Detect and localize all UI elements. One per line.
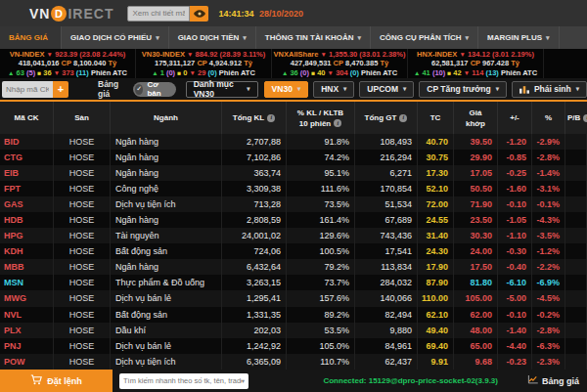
index-block[interactable]: VN30-INDEX ▼ 884.92 (28.39 3.11%) 175,31…	[136, 49, 272, 78]
market-tab[interactable]: CP Tăng trưởng ▾	[419, 81, 507, 98]
watchlist-dropdown[interactable]: Danh mục VN30 ▾	[186, 81, 258, 98]
index-block[interactable]: HNX-INDEX ▼ 134.12 (3.01 2.19%) 62,581,3…	[408, 49, 544, 78]
index-name: HNX-INDEX	[417, 50, 457, 59]
place-order-button[interactable]: Đặt lệnh	[0, 370, 113, 392]
menu-item[interactable]: MARGIN PLUS ▾	[478, 26, 560, 49]
cell-matched-price: 71.90	[454, 196, 498, 212]
basic-mode-toggle[interactable]: ✓ Cơ bản	[133, 82, 176, 97]
cell-ticker[interactable]: MWG	[0, 290, 54, 306]
symbol-detail-input[interactable]	[127, 6, 190, 22]
cell-matched-price: 9.68	[454, 354, 498, 370]
cell-pb	[565, 196, 587, 212]
cell-reference-price: 17.30	[418, 165, 454, 181]
cell-total-value: 6,271	[355, 165, 418, 181]
index-breadth-line: ▲ 41 (10) ■ 42 ▼ 114 (13) Phiên ATC	[408, 68, 543, 78]
menu-item-label: BẢNG GIÁ	[9, 33, 48, 42]
cp-label: CP	[334, 59, 343, 67]
menu-item[interactable]: THÔNG TIN TÀI KHOẢN ▾	[256, 26, 371, 49]
cell-change: -1.10	[498, 228, 532, 243]
add-symbol-button[interactable]: +	[53, 81, 68, 98]
stock-row[interactable]: MBB HOSE Ngân hàng 6,432,64 79.2% 113,83…	[0, 259, 587, 275]
index-block[interactable]: VNXAllShare ▼ 1,355.30 (33.01 2.38%) 427…	[272, 49, 408, 78]
cell-ticker[interactable]: EIB	[0, 165, 54, 181]
market-tab[interactable]: Phái sinh ▾	[512, 81, 587, 98]
cell-ticker[interactable]: PNJ	[0, 338, 54, 354]
cell-change: -0.10	[498, 307, 532, 323]
price-board-app: VN D IRECT 14:41:34 28/10/2020 BẢNG GIÁ	[0, 0, 587, 392]
info-icon: i	[267, 114, 275, 122]
cell-ticker[interactable]: PLX	[0, 323, 54, 338]
stock-row[interactable]: PLX HOSE Dầu khí 202,03 53.5% 9,880 49.4…	[0, 323, 587, 338]
stock-row[interactable]: BID HOSE Ngân hàng 2,707,88 91.8% 108,49…	[0, 134, 587, 150]
price-board-link[interactable]: Bảng giá	[527, 375, 579, 386]
cell-total-value: 62,437	[355, 354, 418, 370]
cell-ticker[interactable]: GAS	[0, 196, 54, 212]
decliners-count: 114	[472, 68, 483, 77]
stock-row[interactable]: PNJ HOSE Dịch vụ bán lẻ 1,242,92 105.0% …	[0, 338, 587, 354]
index-value: 134.12	[468, 50, 490, 59]
stock-row[interactable]: FPT HOSE Công nghệ 3,309,38 111.6% 170,8…	[0, 181, 587, 196]
stock-row[interactable]: POW HOSE Dịch vụ tiện ích 6,365,09 110.7…	[0, 354, 587, 370]
cell-ticker[interactable]: KDH	[0, 243, 54, 259]
cell-ticker[interactable]: MSN	[0, 275, 54, 290]
cell-sector: Dịch vụ tiện ích	[111, 354, 222, 370]
stock-row[interactable]: CTG HOSE Ngân hàng 7,102,86 74.2% 216,29…	[0, 150, 587, 165]
cell-ticker[interactable]: HPG	[0, 228, 54, 243]
stock-row[interactable]: HDB HOSE Ngân hàng 2,808,59 161.4% 67,68…	[0, 212, 587, 228]
quick-search-input[interactable]	[123, 376, 242, 385]
stock-row[interactable]: EIB HOSE Ngân hàng 363,74 95.1% 6,271 17…	[0, 165, 587, 181]
market-tab[interactable]: VN30 ▾	[264, 81, 309, 98]
cell-ticker[interactable]: MBB	[0, 259, 54, 275]
main-menu: BẢNG GIÁ GIAO DỊCH CỔ PHIẾU ▾ GIAO DỊCH …	[0, 26, 587, 49]
stock-row[interactable]: MSN HOSE Thực phẩm & Đồ uống 3,263,15 73…	[0, 275, 587, 290]
connection-status: Connected: 15129@dpro-price-socket-02(3.…	[323, 376, 498, 385]
cell-ticker[interactable]: BID	[0, 134, 54, 150]
add-symbol-input[interactable]	[2, 81, 53, 98]
cell-total-value: 67,689	[355, 212, 418, 228]
market-tab[interactable]: HNX ▾	[313, 81, 354, 98]
menu-item[interactable]: BẢNG GIÁ	[0, 26, 62, 49]
stock-row[interactable]: KDH HOSE Bất động sản 724,06 100.5% 17,5…	[0, 243, 587, 259]
cell-ticker[interactable]: FPT	[0, 181, 54, 196]
line-chart-icon	[527, 375, 538, 386]
stock-row[interactable]: NVL HOSE Bất động sản 1,331,35 89.2% 82,…	[0, 307, 587, 323]
cell-ticker[interactable]: CTG	[0, 150, 54, 165]
cp-label: CP	[62, 59, 71, 67]
menu-item[interactable]: CÔNG CỤ PHÂN TÍCH ▾	[371, 26, 478, 49]
index-volume: 418,041,016	[19, 59, 60, 67]
up-arrow-icon: ▲	[282, 69, 288, 76]
unchanged-count: 0	[183, 68, 187, 77]
market-tab[interactable]: UPCOM ▾	[359, 81, 414, 98]
menu-item[interactable]: GIAO DỊCH TIỀN ▾	[169, 26, 256, 49]
cell-reference-price: 52.10	[418, 181, 454, 196]
cell-percent: -1.4%	[532, 165, 565, 181]
index-block[interactable]: HNX30-INDEX 37,536 ▲ 0 (0) ■	[544, 49, 587, 78]
stock-row[interactable]: HPG HOSE Tài nguyên 24,001,02 129.6% 743…	[0, 228, 587, 243]
stock-row[interactable]: MWG HOSE Dịch vụ bán lẻ 1,295,41 157.6% …	[0, 290, 587, 306]
cell-ticker[interactable]: NVL	[0, 307, 54, 323]
col-header-sector: Ngành	[111, 102, 222, 134]
price-board-link-label: Bảng giá	[542, 376, 579, 386]
market-tab-label: UPCOM	[367, 84, 398, 94]
menu-item[interactable]: GIAO DỊCH CỔ PHIẾU ▾	[62, 26, 169, 49]
cell-total-volume: 7,102,86	[222, 150, 287, 165]
index-block[interactable]: VN-INDEX ▼ 923.39 (23.08 2.44%) 418,041,…	[0, 49, 136, 78]
cell-ticker[interactable]: HDB	[0, 212, 54, 228]
cell-ticker[interactable]: POW	[0, 354, 54, 370]
session-status: Phiên ATC	[501, 68, 537, 77]
cell-floor: HOSE	[54, 150, 111, 165]
cell-reference-price: 72.00	[418, 196, 454, 212]
cell-sector: Tài nguyên	[111, 228, 222, 243]
symbol-detail-search	[127, 6, 208, 22]
index-volume: 175,311,127	[155, 59, 195, 67]
cell-percent: -2.9%	[532, 134, 565, 150]
index-turnover: 8,100.040	[73, 59, 106, 67]
chevron-down-icon: ▾	[403, 85, 406, 93]
cell-total-value: 108,493	[355, 134, 418, 150]
cell-pb	[565, 290, 587, 306]
unchanged-count: 40	[317, 68, 325, 77]
stock-row[interactable]: GAS HOSE Dịch vụ tiện ích 713,28 73.5% 5…	[0, 196, 587, 212]
view-symbol-button[interactable]	[190, 6, 208, 22]
cell-matched-price: 81.80	[454, 275, 498, 290]
cell-floor: HOSE	[54, 212, 111, 228]
